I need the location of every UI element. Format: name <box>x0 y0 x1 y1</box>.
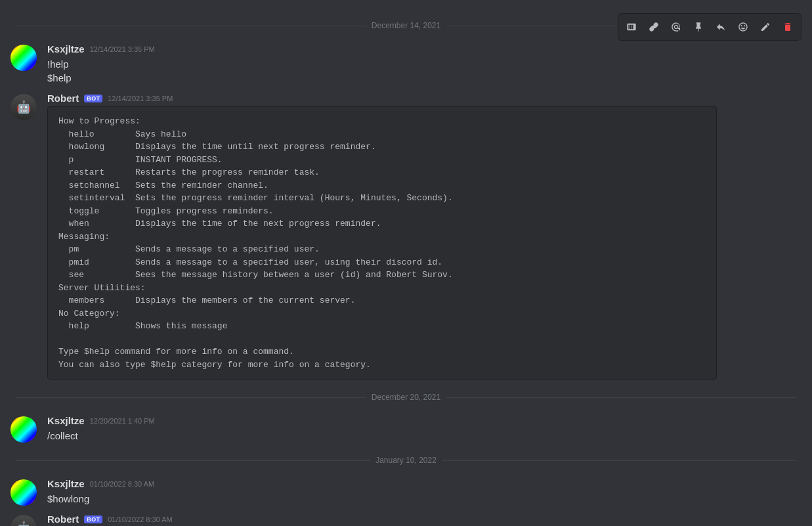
message-content: Ksxjltze 12/14/2021 3:35 PM !help$help <box>47 43 801 85</box>
message-content: Ksxjltze 12/20/2021 1:40 PM /collect <box>47 415 801 443</box>
avatar: 🤖 <box>11 515 37 526</box>
message-content: Robert BOT 12/14/2021 3:35 PM How to Pro… <box>47 93 801 380</box>
message-text: /collect <box>47 429 801 443</box>
avatar: 🤖 <box>11 94 37 120</box>
message-group: Ksxjltze 01/10/2022 8:30 AM $howlong <box>0 475 812 508</box>
pin-button[interactable] <box>688 16 709 37</box>
date-label-dec14: December 14, 2021 <box>372 21 440 30</box>
timestamp: 01/10/2022 8:30 AM <box>90 480 154 488</box>
username: Robert <box>47 93 79 104</box>
date-divider-dec20: December 20, 2021 <box>16 393 796 402</box>
message-group: Ksxjltze 12/20/2021 1:40 PM /collect <box>0 412 812 445</box>
avatar <box>11 416 37 443</box>
timestamp: 12/20/2021 1:40 PM <box>90 417 155 425</box>
message-content: Ksxjltze 01/10/2022 8:30 AM $howlong <box>47 478 801 506</box>
edit-button[interactable] <box>755 16 776 37</box>
delete-button[interactable] <box>777 16 798 37</box>
message-group: 🤖 Robert BOT 01/10/2022 8:30 AM 104 hour… <box>0 511 812 526</box>
divider-line <box>16 397 366 398</box>
link-button[interactable] <box>643 16 664 37</box>
date-label-dec20: December 20, 2021 <box>372 393 440 402</box>
message-header: Ksxjltze 01/10/2022 8:30 AM <box>47 478 801 489</box>
divider-line <box>442 460 796 461</box>
mention-button[interactable] <box>666 16 687 37</box>
message-header: Robert BOT 12/14/2021 3:35 PM <box>47 93 801 104</box>
date-label-jan10: January 10, 2022 <box>375 456 437 465</box>
message-text: !help$help <box>47 57 801 85</box>
reply-button[interactable] <box>710 16 731 37</box>
avatar-image: 🤖 <box>11 94 37 120</box>
bot-badge: BOT <box>84 515 102 523</box>
timestamp: 12/14/2021 3:35 PM <box>90 45 155 53</box>
bot-badge: BOT <box>84 95 102 102</box>
avatar <box>11 479 37 506</box>
emoji-button[interactable] <box>733 16 754 37</box>
message-header: Ksxjltze 12/20/2021 1:40 PM <box>47 415 801 426</box>
message-header: Ksxjltze 12/14/2021 3:35 PM <box>47 43 801 55</box>
chat-container: December 14, 2021 Ksxjltze 12/14/2021 3:… <box>0 0 812 526</box>
timestamp: 12/14/2021 3:35 PM <box>108 95 173 102</box>
message-group: Ksxjltze 12/14/2021 3:35 PM !help$help <box>0 41 812 87</box>
date-divider-jan10: January 10, 2022 <box>16 456 796 465</box>
id-button[interactable] <box>621 16 642 37</box>
divider-line <box>446 397 796 398</box>
username: Ksxjltze <box>47 478 85 489</box>
divider-line <box>16 460 370 461</box>
message-header: Robert BOT 01/10/2022 8:30 AM <box>47 514 801 525</box>
username: Ksxjltze <box>47 415 85 426</box>
timestamp: 01/10/2022 8:30 AM <box>108 515 172 523</box>
username: Ksxjltze <box>47 43 85 55</box>
message-group: 🤖 Robert BOT 12/14/2021 3:35 PM How to P… <box>0 90 812 382</box>
divider-line <box>16 26 366 26</box>
avatar-image: 🤖 <box>11 515 37 526</box>
message-toolbar <box>618 13 801 41</box>
message-text: $howlong <box>47 492 801 506</box>
username: Robert <box>47 514 79 525</box>
message-content: Robert BOT 01/10/2022 8:30 AM 104 hours,… <box>47 514 801 526</box>
avatar <box>11 45 37 71</box>
code-block: How to Progress: hello Says hello howlon… <box>47 106 717 380</box>
